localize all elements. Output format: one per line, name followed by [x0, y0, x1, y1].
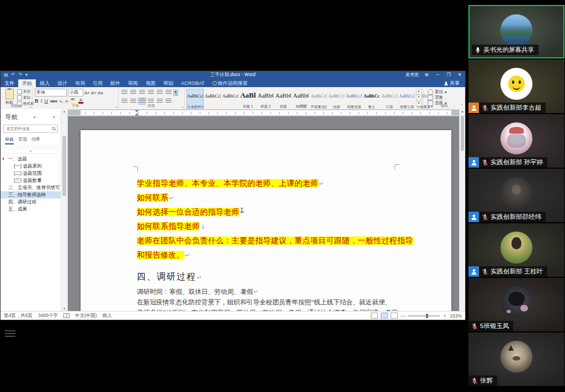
tab-acrobat[interactable]: ACROBAT: [177, 79, 209, 87]
styles-scroll-up-icon[interactable]: ▲: [416, 89, 422, 94]
zoom-slider-knob[interactable]: [426, 314, 428, 318]
nav-heading-item[interactable]: 二、立项书、推荐书填写: [1, 184, 61, 191]
nav-tab-pages[interactable]: 页面: [18, 136, 27, 144]
web-layout-icon[interactable]: [391, 313, 398, 319]
zoom-slider[interactable]: [408, 315, 440, 316]
italic-button[interactable]: I: [41, 98, 42, 104]
paragraph-dialog-launcher-icon[interactable]: ↘: [181, 105, 184, 109]
tab-view[interactable]: 视图: [142, 79, 159, 87]
document-canvas[interactable]: 学业指导老师、本专业、本学院的老师、上课的老师↵ 如何联系↵ 如何选择一位合适的…: [68, 116, 459, 311]
horizontal-ruler[interactable]: [68, 109, 459, 116]
document-heading[interactable]: 四、调研过程↵: [137, 271, 203, 283]
collapse-ribbon-icon[interactable]: ⌃: [460, 104, 463, 108]
participant-tile[interactable]: 实践创新部李吉超: [468, 60, 564, 113]
nav-heading-item[interactable]: (二) 选题范围: [1, 170, 61, 177]
expand-caret-icon[interactable]: [2, 157, 6, 160]
participant-tile[interactable]: 实践创新部 王桂叶: [468, 223, 564, 277]
nav-scroll-up-hint[interactable]: ▲: [4, 148, 57, 154]
language-indicator[interactable]: 中文(中国): [75, 313, 97, 319]
page-indicator[interactable]: 第4页，共5页: [4, 313, 33, 319]
nav-scrollbar-thumb[interactable]: [62, 136, 66, 196]
nav-close-icon[interactable]: ✕: [51, 115, 57, 120]
document-scrollbar[interactable]: ▲: [459, 109, 465, 311]
show-hide-marks-button[interactable]: ¶: [174, 90, 178, 95]
read-mode-icon[interactable]: [371, 313, 378, 319]
account-name[interactable]: 吴书光: [406, 72, 419, 78]
nav-heading-item[interactable]: (一) 选题原则: [1, 163, 61, 170]
copy-button[interactable]: 复制: [17, 95, 34, 100]
restore-button[interactable]: ❐: [445, 72, 452, 77]
qat-dropdown-icon[interactable]: ▾: [25, 73, 28, 77]
scroll-up-icon[interactable]: ▲: [460, 110, 465, 113]
superscript-button[interactable]: x²: [65, 99, 68, 103]
zoom-level[interactable]: 153%: [450, 313, 462, 319]
clipboard-dialog-launcher-icon[interactable]: ↘: [29, 105, 31, 109]
nav-options-icon[interactable]: ▾: [32, 115, 38, 120]
proofing-icon[interactable]: [63, 313, 70, 318]
document-text-line[interactable]: 调研时间：寒假、双休日、劳动周、暑假↵: [137, 288, 259, 297]
first-line-indent-marker[interactable]: [135, 110, 139, 112]
print-layout-icon[interactable]: [381, 313, 388, 319]
nav-heading-item[interactable]: (三) 选题数量: [1, 177, 61, 184]
nav-tab-results[interactable]: 结果: [31, 136, 40, 144]
tab-design[interactable]: 设计: [54, 79, 71, 87]
document-text-line[interactable]: 如何选择一位合适的指导老师↵: [137, 207, 245, 218]
underline-button[interactable]: U: [45, 98, 49, 104]
multilevel-list-button[interactable]: [138, 89, 146, 95]
close-button[interactable]: ✕: [456, 72, 463, 77]
hanging-indent-marker[interactable]: [135, 113, 139, 116]
document-text-line[interactable]: 学业指导老师、本专业、本学院的老师、上课的老师↵: [137, 179, 324, 189]
document-text-line[interactable]: 老师在团队中会负责什么：主要是指导建议，重点项目可跟随，一般性过程指导: [137, 236, 414, 246]
redo-icon[interactable]: ↷: [18, 73, 22, 77]
bullets-button[interactable]: [121, 89, 128, 95]
nav-search-box[interactable]: [3, 125, 58, 133]
grow-font-button[interactable]: A˄: [84, 90, 90, 95]
increase-indent-button[interactable]: [156, 89, 163, 95]
tab-tell-me[interactable]: 操作说明搜索: [209, 79, 252, 87]
tab-review[interactable]: 审阅: [124, 79, 142, 87]
styles-scroll-down-icon[interactable]: ▼: [416, 95, 422, 100]
document-page[interactable]: 学业指导老师、本专业、本学院的老师、上课的老师↵ 如何联系↵ 如何选择一位合适的…: [81, 130, 451, 311]
tab-file[interactable]: 文件: [1, 79, 18, 87]
numbering-button[interactable]: [130, 89, 137, 95]
meeting-float-menu-icon[interactable]: [4, 329, 15, 338]
nav-scrollbar[interactable]: ▲ ▼: [61, 109, 68, 311]
find-button[interactable]: 查找 ▾: [428, 89, 447, 95]
cut-button[interactable]: 剪切: [17, 89, 34, 94]
font-size-select[interactable]: 小四: [68, 89, 83, 96]
tab-home[interactable]: 开始: [18, 79, 36, 87]
participant-tile[interactable]: 实践创新部 孙宇婷: [468, 114, 564, 168]
scroll-down-icon[interactable]: ▼: [61, 307, 67, 310]
font-dialog-launcher-icon[interactable]: ↘: [115, 105, 118, 109]
decrease-indent-button[interactable]: [147, 89, 154, 95]
nav-tab-headings[interactable]: 标题: [5, 136, 14, 144]
font-color-button[interactable]: A: [78, 98, 83, 104]
font-name-select[interactable]: 宋体: [35, 89, 67, 96]
participant-tile-sharing[interactable]: 吴书光的屏幕共享: [468, 5, 564, 58]
sort-button[interactable]: [165, 89, 172, 95]
nav-heading-item[interactable]: 五、成果: [1, 206, 61, 213]
tab-insert[interactable]: 插入: [36, 79, 54, 87]
styles-dialog-launcher-icon[interactable]: ↘: [419, 105, 422, 109]
document-text-line[interactable]: 和报告修改。↵: [137, 250, 190, 261]
insert-mode-indicator[interactable]: 插入: [103, 313, 112, 319]
tab-mailings[interactable]: 邮件: [106, 79, 124, 87]
subscript-button[interactable]: x₂: [60, 99, 63, 103]
participant-tile[interactable]: 实践创新部邵经纬: [468, 169, 564, 222]
nav-heading-item[interactable]: 一、选题: [1, 155, 61, 163]
change-case-button[interactable]: Aa: [98, 90, 103, 95]
bold-button[interactable]: B: [35, 98, 39, 104]
zoom-out-button[interactable]: —: [401, 313, 405, 319]
document-text-line[interactable]: 在新冠疫情常态化防控背景下，组织和引导全校团员青年按照“线上线下结合、就近就便、: [137, 298, 391, 307]
participant-tile[interactable]: 张辉: [468, 332, 564, 386]
tab-references[interactable]: 引用: [89, 79, 106, 87]
paste-button[interactable]: 粘贴: [3, 89, 16, 105]
nav-search-input[interactable]: [6, 126, 52, 131]
undo-icon[interactable]: ↶: [12, 73, 15, 77]
zoom-in-button[interactable]: +: [443, 313, 447, 319]
document-scrollbar-thumb[interactable]: [461, 116, 464, 151]
tab-layout[interactable]: 布局: [71, 79, 89, 87]
strikethrough-button[interactable]: abc: [50, 99, 57, 104]
nav-heading-item[interactable]: 四、调研过程: [1, 198, 61, 206]
shrink-font-button[interactable]: A˅: [91, 90, 97, 95]
